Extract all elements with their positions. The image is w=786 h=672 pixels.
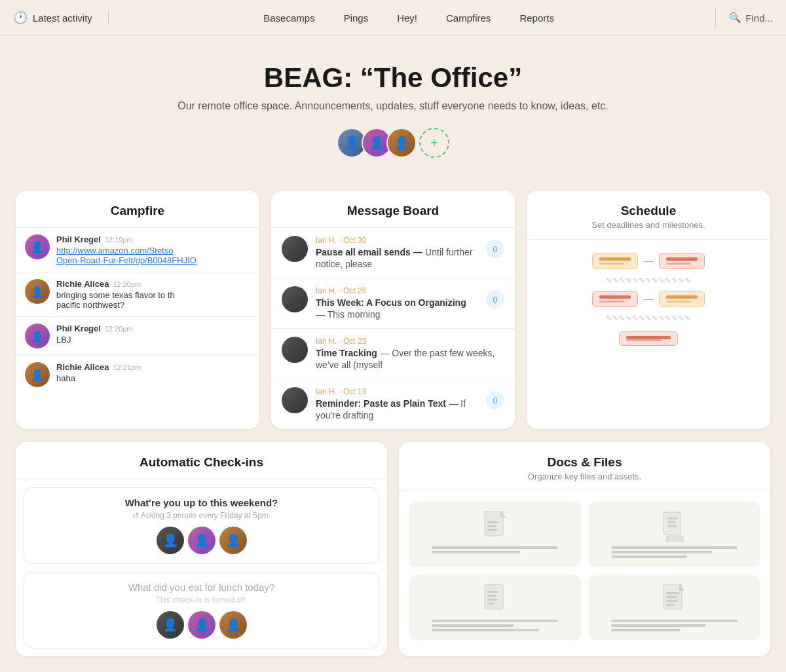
team-avatars: 👤 👤 👤 + xyxy=(13,128,773,158)
msg-body-3: Phil Kregel 12:20pm LBJ xyxy=(56,324,250,345)
ca-2a: 👤 xyxy=(157,611,184,639)
sched-block-4 xyxy=(659,291,705,307)
msg-name-1: Phil Kregel xyxy=(56,234,101,244)
svg-rect-20 xyxy=(666,604,674,606)
sched-row-3 xyxy=(537,331,760,348)
mb-body-1: Ian H. · Oct 30 Pause all email sends — … xyxy=(316,236,478,270)
mb-item-2[interactable]: Ian H. · Oct 26 This Week: A Focus on Or… xyxy=(271,278,515,329)
checkin-q-1: What're you up to this weekend? xyxy=(33,497,369,508)
svg-rect-8 xyxy=(667,521,675,523)
doc-lines-3 xyxy=(432,620,558,631)
mb-msg-title-3: Time Tracking xyxy=(316,348,377,358)
checkin-avatars-1: 👤 👤 👤 xyxy=(33,527,369,554)
sched-block-3 xyxy=(592,291,638,307)
checkin-1[interactable]: What're you up to this weekend? ↺ Asking… xyxy=(24,487,379,564)
doc-line-4a xyxy=(611,620,738,622)
sched-bar-3a xyxy=(599,295,631,299)
top-grid: Campfire 👤 Phil Kregel 12:19pm http://ww… xyxy=(0,177,786,442)
find-button[interactable]: 🔍 Find... xyxy=(722,12,773,24)
nav-basecamps[interactable]: Basecamps xyxy=(249,12,329,24)
campfire-msg-1[interactable]: 👤 Phil Kregel 12:19pm http://www.amazon.… xyxy=(16,228,259,272)
msg-avatar-phil1: 👤 xyxy=(25,234,50,259)
schedule-title: Schedule xyxy=(537,204,760,218)
mb-header: Message Board xyxy=(271,191,515,228)
doc-item-2[interactable] xyxy=(589,502,760,567)
mb-title: Message Board xyxy=(282,204,504,218)
docs-content xyxy=(399,491,770,651)
doc-item-3[interactable] xyxy=(409,575,581,641)
latest-activity-nav[interactable]: 🕐 Latest activity xyxy=(13,10,109,25)
sched-wavy-1: ∿∿∿∿∿∿∿∿∿∿∿∿∿ xyxy=(537,276,760,284)
add-member-button[interactable]: + xyxy=(419,128,449,158)
msg-text-2b: pacific northwest? xyxy=(56,300,250,310)
avatar-3[interactable]: 👤 xyxy=(386,128,417,158)
main-nav: 🕐 Latest activity Basecamps Pings Hey! C… xyxy=(0,0,786,36)
hero-section: BEAG: “The Office” Our remote office spa… xyxy=(0,36,786,177)
msg-body-4: Richie Alicea 12:21pm haha xyxy=(56,362,250,383)
checkin-sub-1: ↺ Asking 3 people every Friday at 5pm. xyxy=(33,511,369,520)
sched-block-1 xyxy=(592,253,638,269)
sched-barline-1a xyxy=(599,263,624,265)
mb-meta-4: Ian H. · Oct 19 xyxy=(316,387,478,396)
campfire-msg-2[interactable]: 👤 Richie Alicea 12:20pm bringing some te… xyxy=(16,272,259,317)
doc-line-3c xyxy=(432,629,539,631)
schedule-content: — ∿∿∿∿∿∿∿∿∿∿∿∿∿ — ∿∿∿∿∿∿∿∿∿∿∿∿∿ xyxy=(527,240,770,362)
sched-barline-5 xyxy=(626,339,662,341)
mb-msg-title-2: This Week: A Focus on Organizing xyxy=(316,297,466,308)
sched-barline-4a xyxy=(666,301,691,303)
mb-avatar-3 xyxy=(282,337,308,363)
doc-icon-1 xyxy=(482,511,508,542)
svg-rect-17 xyxy=(666,592,679,594)
checkin-2[interactable]: What did you eat for lunch today? This c… xyxy=(24,572,379,648)
nav-pings[interactable]: Pings xyxy=(329,12,383,24)
mb-item-1[interactable]: Ian H. · Oct 30 Pause all email sends — … xyxy=(271,228,515,278)
msg-text-4: haha xyxy=(56,373,250,383)
mb-badge-4: 0 xyxy=(486,391,504,409)
clock-icon: 🕐 xyxy=(13,10,28,25)
mb-msg-preview-2: — This morning xyxy=(316,309,381,320)
campfire-msg-4[interactable]: 👤 Richie Alicea 12:21pm haha xyxy=(16,356,259,394)
doc-item-4[interactable] xyxy=(589,575,760,641)
nav-campfires[interactable]: Campfires xyxy=(432,12,505,24)
sched-bar-2a xyxy=(666,257,698,261)
ca-2c: 👤 xyxy=(219,611,247,639)
msg-name-4: Richie Alicea xyxy=(56,362,109,372)
doc-lines-4 xyxy=(611,620,738,631)
mb-body-3: Ian H. · Oct 23 Time Tracking — Over the… xyxy=(316,337,504,371)
mb-avatar-2 xyxy=(282,286,308,312)
page-description: Our remote office space. Announcements, … xyxy=(13,100,773,112)
svg-rect-19 xyxy=(666,600,678,602)
msg-meta-4: Richie Alicea 12:21pm xyxy=(56,362,250,372)
bottom-grid: Automatic Check-ins What're you up to th… xyxy=(0,442,786,672)
mb-body-2: Ian H. · Oct 26 This Week: A Focus on Or… xyxy=(316,286,478,320)
msg-text-2: bringing some texas flavor to th xyxy=(56,290,250,300)
mb-avatar-4 xyxy=(282,387,308,413)
sched-bar-1a xyxy=(599,257,631,261)
checkins-card: Automatic Check-ins What're you up to th… xyxy=(16,442,387,656)
doc-icon-3 xyxy=(482,584,508,616)
doc-icon-2 xyxy=(661,511,687,542)
campfire-header: Campfire xyxy=(16,191,259,228)
search-icon: 🔍 xyxy=(729,12,741,24)
doc-line-3b xyxy=(432,624,514,627)
sched-row-2: — xyxy=(537,291,760,307)
msg-link-1[interactable]: http://www.amazon.com/Stetso xyxy=(56,246,250,255)
doc-item-1[interactable] xyxy=(409,502,581,567)
campfire-msg-3[interactable]: 👤 Phil Kregel 12:20pm LBJ xyxy=(16,317,259,356)
page-title: BEAG: “The Office” xyxy=(13,62,773,94)
msg-time-2: 12:20pm xyxy=(113,280,141,288)
nav-reports[interactable]: Reports xyxy=(505,12,569,24)
doc-line-1b xyxy=(432,551,520,553)
sched-connect-2: — xyxy=(643,293,654,305)
mb-item-3[interactable]: Ian H. · Oct 23 Time Tracking — Over the… xyxy=(271,329,515,379)
docs-title: Docs & Files xyxy=(409,455,760,470)
msg-time-3: 12:20pm xyxy=(105,325,133,333)
nav-hey[interactable]: Hey! xyxy=(383,12,432,24)
msg-link-2[interactable]: Open-Road-Fur-Felt/dp/B0048FHJIO xyxy=(56,255,250,265)
msg-meta-2: Richie Alicea 12:20pm xyxy=(56,279,250,289)
msg-text-3: LBJ xyxy=(56,335,250,345)
sched-block-5 xyxy=(619,331,678,346)
doc-line-2a xyxy=(611,546,738,549)
mb-item-4[interactable]: Ian H. · Oct 19 Reminder: Paste as Plain… xyxy=(271,379,515,429)
msg-name-3: Phil Kregel xyxy=(56,324,101,333)
